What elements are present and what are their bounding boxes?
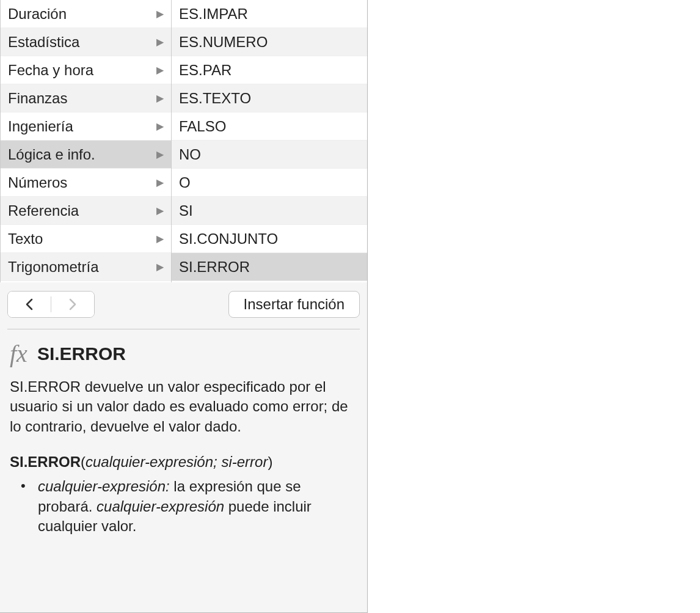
category-label: Texto [8,230,154,248]
controls-row: Insertar función [0,282,367,326]
category-item-texto[interactable]: Texto ▶ [1,225,171,253]
function-item-o[interactable]: O [172,169,367,197]
category-label: Duración [8,6,154,23]
function-item-si-error[interactable]: SI.ERROR [172,253,367,281]
category-label: Finanzas [8,90,154,107]
category-item-fecha[interactable]: Fecha y hora ▶ [1,56,171,84]
category-item-trigonometria[interactable]: Trigonometría ▶ [1,253,171,281]
syntax-arg2: si-error [221,453,268,470]
syntax-sep: ; [213,453,221,470]
insert-function-button[interactable]: Insertar función [228,291,360,318]
category-label: Referencia [8,202,154,219]
nav-back-button[interactable] [8,292,51,317]
nav-segmented-control [7,291,95,318]
chevron-right-icon: ▶ [156,177,164,188]
insert-function-label: Insertar función [244,296,345,313]
function-label: NO [179,146,360,163]
help-header: fx SI.ERROR [10,342,357,366]
category-item-duracion[interactable]: Duración ▶ [1,0,171,28]
chevron-right-icon: ▶ [156,149,164,160]
nav-forward-button[interactable] [51,292,94,317]
param-item: cualquier-expresión: la expresión que se… [27,477,357,536]
category-label: Estadística [8,34,154,51]
category-label: Ingeniería [8,118,154,135]
function-item-falso[interactable]: FALSO [172,112,367,141]
function-syntax: SI.ERROR(cualquier-expresión; si-error) [10,453,357,471]
function-item-si-conjunto[interactable]: SI.CONJUNTO [172,225,367,253]
param-name: cualquier-expresión: [38,478,170,494]
chevron-right-icon: ▶ [156,233,164,244]
function-item-es-par[interactable]: ES.PAR [172,56,367,84]
category-item-logica[interactable]: Lógica e info. ▶ [1,141,171,169]
chevron-right-icon: ▶ [156,205,164,216]
function-item-es-texto[interactable]: ES.TEXTO [172,84,367,112]
function-label: SI [179,202,360,219]
chevron-right-icon: ▶ [156,64,164,76]
param-list: cualquier-expresión: la expresión que se… [10,477,357,536]
chevron-right-icon: ▶ [156,261,164,273]
function-label: SI.ERROR [179,259,360,276]
function-list: ES.IMPAR ES.NUMERO ES.PAR ES.TEXTO FALSO… [172,0,367,282]
category-item-referencia[interactable]: Referencia ▶ [1,197,171,225]
category-label: Números [8,174,154,191]
syntax-arg1: cualquier-expresión [86,453,213,470]
function-label: ES.PAR [179,62,360,79]
function-item-es-impar[interactable]: ES.IMPAR [172,0,367,28]
category-item-numeros[interactable]: Números ▶ [1,169,171,197]
function-item-no[interactable]: NO [172,141,367,169]
function-label: O [179,174,360,191]
chevron-right-icon: ▶ [156,36,164,48]
category-list: Duración ▶ Estadística ▶ Fecha y hora ▶ … [1,0,172,282]
function-label: SI.CONJUNTO [179,230,360,248]
function-browser-panel: Duración ▶ Estadística ▶ Fecha y hora ▶ … [0,0,368,613]
fx-icon: fx [10,342,27,366]
syntax-name: SI.ERROR [10,453,81,470]
category-label: Lógica e info. [8,146,154,163]
function-item-es-numero[interactable]: ES.NUMERO [172,28,367,56]
category-item-estadistica[interactable]: Estadística ▶ [1,28,171,56]
category-item-ingenieria[interactable]: Ingeniería ▶ [1,112,171,141]
function-label: FALSO [179,118,360,135]
function-item-si[interactable]: SI [172,197,367,225]
function-label: ES.IMPAR [179,6,360,23]
chevron-left-icon [25,298,34,310]
function-label: ES.TEXTO [179,90,360,107]
chevron-right-icon: ▶ [156,92,164,104]
lists-container: Duración ▶ Estadística ▶ Fecha y hora ▶ … [0,0,367,282]
category-label: Fecha y hora [8,62,154,79]
function-description: SI.ERROR devuelve un valor especificado … [10,377,357,436]
function-label: ES.NUMERO [179,34,360,51]
function-title: SI.ERROR [37,343,126,364]
chevron-right-icon: ▶ [156,8,164,20]
param-emph: cualquier-expresión [97,498,224,515]
chevron-right-icon: ▶ [156,120,164,132]
chevron-right-icon [68,298,77,310]
help-pane: fx SI.ERROR SI.ERROR devuelve un valor e… [0,329,367,612]
category-label: Trigonometría [8,259,154,276]
category-item-finanzas[interactable]: Finanzas ▶ [1,84,171,112]
